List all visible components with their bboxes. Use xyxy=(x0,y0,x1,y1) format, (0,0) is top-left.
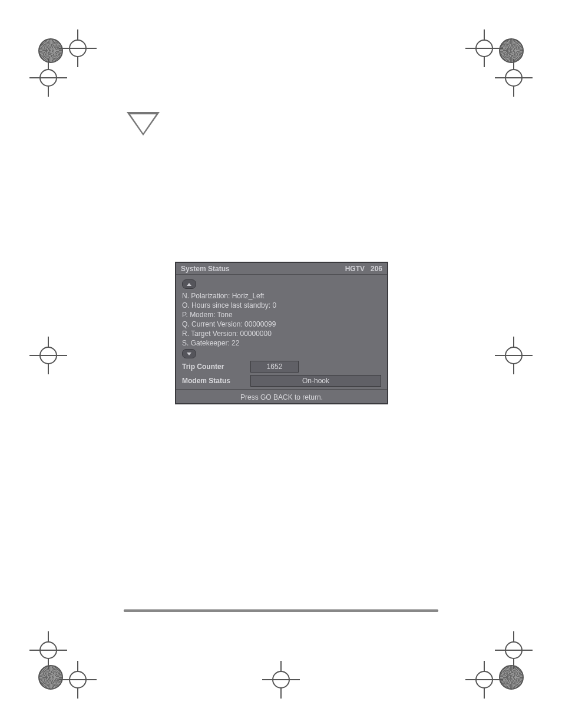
trip-counter-label: Trip Counter xyxy=(182,363,246,371)
trip-counter-value: 1652 xyxy=(250,361,299,373)
crosshair-icon xyxy=(501,637,527,663)
status-lines: N. Polarization: Horiz_Left O. Hours sin… xyxy=(182,291,381,348)
registration-mark-bottom-center xyxy=(263,637,299,690)
scroll-down-button[interactable] xyxy=(182,349,196,358)
arrow-down-icon xyxy=(187,353,191,355)
crosshair-icon xyxy=(501,65,527,91)
status-line: P. Modem: Tone xyxy=(182,310,381,319)
registration-globe-icon xyxy=(38,38,63,63)
crosshair-icon xyxy=(65,35,91,61)
status-line: O. Hours since last standby: 0 xyxy=(182,301,381,310)
panel-titlebar: System Status HGTV 206 xyxy=(176,263,387,275)
system-status-panel: System Status HGTV 206 N. Polarization: … xyxy=(175,262,388,404)
trip-counter-row: Trip Counter 1652 xyxy=(182,361,381,373)
registration-mark-bottom-right xyxy=(453,637,524,690)
status-line: Q. Current Version: 00000099 xyxy=(182,319,381,329)
panel-body: N. Polarization: Horiz_Left O. Hours sin… xyxy=(176,275,387,389)
separator-rule xyxy=(124,610,438,612)
registration-globe-icon xyxy=(38,665,63,690)
crosshair-icon xyxy=(35,342,61,368)
registration-mark-top-left xyxy=(38,38,109,91)
crosshair-icon xyxy=(268,667,294,693)
modem-status-value: On-hook xyxy=(250,375,381,387)
status-line: N. Polarization: Horiz_Left xyxy=(182,291,381,301)
crosshair-icon xyxy=(501,342,527,368)
status-line: S. Gatekeeper: 22 xyxy=(182,338,381,348)
panel-title: System Status xyxy=(181,265,230,273)
crosshair-icon xyxy=(35,65,61,91)
arrow-up-icon xyxy=(187,283,191,286)
channel-number: 206 xyxy=(371,265,382,273)
registration-globe-icon xyxy=(499,38,524,63)
panel-footer: Press GO BACK to return. xyxy=(176,389,387,406)
crosshair-icon xyxy=(471,35,497,61)
registration-mark-mid-left xyxy=(38,338,74,391)
modem-status-row: Modem Status On-hook xyxy=(182,375,381,387)
crosshair-icon xyxy=(471,667,497,693)
channel-name: HGTV xyxy=(345,265,365,273)
down-triangle-icon xyxy=(127,112,160,136)
scroll-up-button[interactable] xyxy=(182,279,196,289)
registration-mark-mid-right xyxy=(488,338,524,391)
crosshair-icon xyxy=(35,637,61,663)
registration-mark-top-right xyxy=(453,38,524,91)
status-line: R. Target Version: 00000000 xyxy=(182,329,381,338)
registration-globe-icon xyxy=(499,665,524,690)
modem-status-label: Modem Status xyxy=(182,377,246,385)
crosshair-icon xyxy=(65,667,91,693)
registration-mark-bottom-left xyxy=(38,637,109,690)
